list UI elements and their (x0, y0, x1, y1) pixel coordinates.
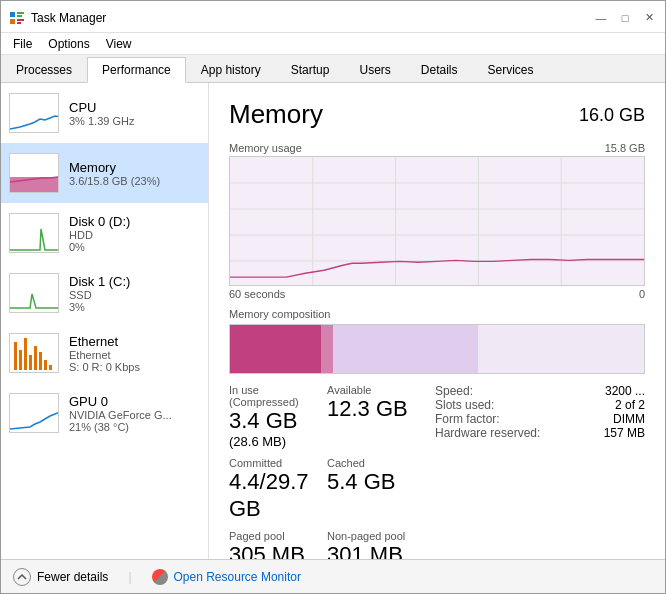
stat-committed: Committed 4.4/29.7 GB (229, 457, 327, 522)
sidebar-item-disk1[interactable]: Disk 1 (C:) SSD 3% (1, 263, 208, 323)
close-button[interactable]: ✕ (641, 10, 657, 26)
in-use-value: 3.4 GB (229, 408, 297, 433)
form-label: Form factor: (435, 412, 500, 426)
right-stat-speed: Speed: 3200 ... (435, 384, 645, 398)
chart-label-row: Memory usage 15.8 GB (229, 142, 645, 154)
maximize-button[interactable]: □ (617, 10, 633, 26)
svg-rect-3 (10, 19, 15, 24)
speed-label: Speed: (435, 384, 473, 398)
menu-file[interactable]: File (5, 36, 40, 52)
disk0-label: Disk 0 (D:) HDD 0% (69, 214, 130, 253)
available-label: Available (327, 384, 425, 396)
nonpaged-value: 301 MB (327, 542, 425, 559)
form-value: DIMM (613, 412, 645, 426)
gpu0-label: GPU 0 NVIDIA GeForce G... 21% (38 °C) (69, 394, 172, 433)
tab-startup[interactable]: Startup (276, 56, 345, 82)
ethernet-name: Ethernet (69, 334, 140, 349)
tab-apphistory[interactable]: App history (186, 56, 276, 82)
svg-rect-5 (17, 22, 21, 24)
memory-sub: 3.6/15.8 GB (23%) (69, 175, 160, 187)
tab-services[interactable]: Services (473, 56, 549, 82)
sidebar-item-gpu0[interactable]: GPU 0 NVIDIA GeForce G... 21% (38 °C) (1, 383, 208, 443)
sidebar-item-cpu[interactable]: CPU 3% 1.39 GHz (1, 83, 208, 143)
detail-title: Memory (229, 99, 323, 130)
detail-total: 16.0 GB (579, 105, 645, 126)
title-bar: Task Manager — □ ✕ (1, 1, 665, 33)
sidebar-item-ethernet[interactable]: Ethernet Ethernet S: 0 R: 0 Kbps (1, 323, 208, 383)
disk0-sub1: HDD (69, 229, 130, 241)
slots-label: Slots used: (435, 398, 494, 412)
available-value: 12.3 GB (327, 396, 425, 422)
sidebar-item-disk0[interactable]: Disk 0 (D:) HDD 0% (1, 203, 208, 263)
memory-thumbnail (9, 153, 59, 193)
sidebar-item-memory[interactable]: Memory 3.6/15.8 GB (23%) (1, 143, 208, 203)
committed-label: Committed (229, 457, 327, 469)
cpu-thumbnail (9, 93, 59, 133)
comp-free (478, 325, 644, 373)
stat-available: Available 12.3 GB (327, 384, 425, 449)
chart-time-right: 0 (639, 288, 645, 300)
right-stat-form: Form factor: DIMM (435, 412, 645, 426)
chart-time-left: 60 seconds (229, 288, 285, 300)
committed-value: 4.4/29.7 GB (229, 469, 327, 522)
paged-label: Paged pool (229, 530, 327, 542)
tabs-bar: Processes Performance App history Startu… (1, 55, 665, 83)
menu-options[interactable]: Options (40, 36, 97, 52)
menu-view[interactable]: View (98, 36, 140, 52)
ethernet-thumbnail (9, 333, 59, 373)
chart-max-label: 15.8 GB (605, 142, 645, 154)
disk1-thumbnail (9, 273, 59, 313)
chart-label: Memory usage (229, 142, 302, 154)
svg-rect-0 (10, 12, 15, 17)
disk1-name: Disk 1 (C:) (69, 274, 130, 289)
tab-performance[interactable]: Performance (87, 57, 186, 83)
slots-value: 2 of 2 (615, 398, 645, 412)
stat-cached: Cached 5.4 GB (327, 457, 425, 522)
svg-rect-2 (17, 15, 22, 17)
stat-paged: Paged pool 305 MB (229, 530, 327, 559)
title-bar-left: Task Manager (9, 10, 106, 26)
open-rm-label: Open Resource Monitor (174, 570, 301, 584)
ethernet-sub2: S: 0 R: 0 Kbps (69, 361, 140, 373)
stat-in-use: In use (Compressed) 3.4 GB (28.6 MB) (229, 384, 327, 449)
right-stat-slots: Slots used: 2 of 2 (435, 398, 645, 412)
composition-section: Memory composition (229, 308, 645, 374)
minimize-button[interactable]: — (593, 10, 609, 26)
svg-rect-1 (17, 12, 24, 14)
main-content: CPU 3% 1.39 GHz Memory 3.6/15.8 GB (23%) (1, 83, 665, 559)
menu-bar: File Options View (1, 33, 665, 55)
memory-name: Memory (69, 160, 160, 175)
fewer-details-button[interactable]: Fewer details (13, 568, 108, 586)
tab-processes[interactable]: Processes (1, 56, 87, 82)
tab-details[interactable]: Details (406, 56, 473, 82)
tab-users[interactable]: Users (344, 56, 405, 82)
bottom-bar: Fewer details | Open Resource Monitor (1, 559, 665, 593)
cached-label: Cached (327, 457, 425, 469)
disk0-sub2: 0% (69, 241, 130, 253)
composition-bar (229, 324, 645, 374)
detail-header: Memory 16.0 GB (229, 99, 645, 130)
separator: | (128, 570, 131, 584)
svg-rect-4 (17, 19, 24, 21)
ethernet-label: Ethernet Ethernet S: 0 R: 0 Kbps (69, 334, 140, 373)
cpu-label: CPU 3% 1.39 GHz (69, 100, 134, 127)
in-use-sub: (28.6 MB) (229, 434, 286, 449)
resource-monitor-icon (152, 569, 168, 585)
taskmanager-icon (9, 10, 25, 26)
hw-label: Hardware reserved: (435, 426, 540, 440)
ethernet-sub1: Ethernet (69, 349, 140, 361)
stats-right: Speed: 3200 ... Slots used: 2 of 2 Form … (425, 384, 645, 559)
open-resource-monitor-button[interactable]: Open Resource Monitor (152, 569, 301, 585)
title-controls: — □ ✕ (593, 10, 657, 26)
gpu0-sub1: NVIDIA GeForce G... (69, 409, 172, 421)
speed-value: 3200 ... (605, 384, 645, 398)
in-use-value-row: 3.4 GB (28.6 MB) (229, 408, 327, 449)
stats-main-row: In use (Compressed) 3.4 GB (28.6 MB) Ava… (229, 384, 645, 559)
stats-left: In use (Compressed) 3.4 GB (28.6 MB) Ava… (229, 384, 425, 559)
right-stat-hw: Hardware reserved: 157 MB (435, 426, 645, 440)
window-title: Task Manager (31, 11, 106, 25)
memory-label: Memory 3.6/15.8 GB (23%) (69, 160, 160, 187)
chart-section: Memory usage 15.8 GB (229, 142, 645, 300)
memory-chart (229, 156, 645, 286)
gpu0-sub2: 21% (38 °C) (69, 421, 172, 433)
